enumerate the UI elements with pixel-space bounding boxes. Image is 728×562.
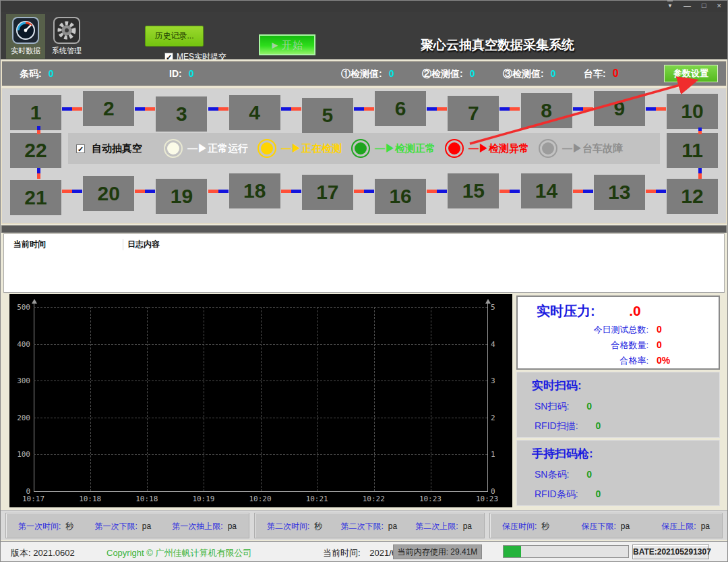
station-box-19[interactable]: 19 [156, 179, 207, 214]
info-field: 台车:0 [584, 67, 619, 80]
station-box-18[interactable]: 18 [229, 173, 280, 208]
info-field-value: 0 [613, 67, 619, 79]
close-icon[interactable]: × [717, 1, 721, 11]
station-box-22[interactable]: 22 [10, 133, 61, 168]
info-bar: 条码:0ID:0①检测值:0②检测值:0③检测值:0台车:0 参数设置 [1, 61, 727, 86]
station-box-21[interactable]: 21 [10, 180, 61, 215]
scan-rows: SN扫码:0RFID扫描:0 [517, 401, 719, 432]
connector-segment [499, 190, 510, 193]
station-box-9[interactable]: 9 [594, 91, 645, 126]
track-connector [61, 107, 83, 111]
station-box-3[interactable]: 3 [156, 96, 207, 132]
connector-segment [291, 190, 301, 193]
connector-segment [656, 190, 666, 193]
history-button[interactable]: 历史记录... [145, 26, 204, 47]
track-connector [134, 190, 156, 193]
log-header-time: 当前时间 [4, 239, 123, 250]
legend-item-正在检测: —▶正在检测 [257, 139, 342, 158]
connector-segment [208, 107, 218, 111]
y-tick-left: 100 [17, 450, 30, 459]
track-connector-vertical [37, 168, 40, 179]
station-box-6[interactable]: 6 [375, 91, 426, 126]
param-field: 第一次时间:秒 [18, 519, 73, 532]
stat-row: 合格率:0% [518, 355, 719, 367]
connector-segment [573, 190, 583, 193]
station-box-2[interactable]: 2 [83, 91, 134, 126]
connector-segment [72, 190, 82, 193]
track-connector [499, 107, 520, 111]
stat-value: 0% [657, 355, 679, 367]
info-field-label: ③检测值: [503, 68, 544, 79]
station-box-12[interactable]: 12 [667, 179, 718, 214]
param-group-1: 第一次时间:秒第一次下限:pa第一次抽上限:pa [5, 513, 249, 538]
y-tick-right: 5 [491, 303, 495, 312]
y-tick-right: 4 [491, 340, 495, 349]
progress-bar [503, 545, 629, 558]
status-lamp-icon [445, 139, 464, 158]
parameter-bar: 第一次时间:秒第一次下限:pa第一次抽上限:pa第二次时间:秒第二次下限:pa第… [0, 510, 728, 540]
connector-segment [364, 190, 374, 193]
track-connector [134, 107, 156, 111]
status-lamp-icon [539, 139, 557, 158]
station-box-15[interactable]: 15 [448, 173, 499, 208]
tab-system-manage[interactable]: 系统管理 [47, 14, 86, 59]
connector-segment [72, 107, 82, 111]
track-connector [207, 190, 229, 193]
connector-segment [281, 107, 291, 111]
station-box-13[interactable]: 13 [594, 175, 645, 210]
param-unit: 秒 [314, 522, 322, 531]
gear-icon [53, 17, 80, 44]
param-field: 第二次上限:pa [415, 519, 472, 532]
connector-segment [135, 107, 145, 111]
auto-vacuum-checkbox[interactable]: ✓ [76, 144, 85, 153]
version-text: 版本: 2021.0602 [11, 547, 75, 559]
param-unit: pa [701, 522, 710, 531]
log-splitter[interactable] [1, 225, 727, 233]
param-field: 第一次下限:pa [94, 519, 151, 532]
scan-row: SN扫码:0 [517, 401, 719, 413]
track-connector [645, 190, 667, 193]
connector-segment [510, 190, 520, 193]
status-lamp-fill [448, 142, 460, 154]
station-box-5[interactable]: 5 [302, 98, 353, 133]
realtime-pressure-box: 实时压力: .0 今日测试总数:0合格数量:0合格率:0% [516, 296, 720, 370]
station-box-4[interactable]: 4 [229, 95, 280, 130]
tab-realtime-data[interactable]: 实时数据 [6, 14, 45, 59]
station-box-8[interactable]: 8 [521, 93, 572, 128]
connector-segment [354, 190, 364, 193]
station-box-20[interactable]: 20 [83, 176, 134, 211]
x-tick: 10:23 [476, 495, 498, 503]
right-panel: 实时压力: .0 今日测试总数:0合格数量:0合格率:0% 实时扫码: SN扫码… [516, 294, 720, 507]
station-box-11[interactable]: 11 [667, 133, 718, 168]
param-label: 保压上限: [661, 522, 696, 531]
station-box-10[interactable]: 10 [667, 94, 718, 129]
maximize-icon[interactable]: □ [702, 1, 706, 11]
progress-fill [504, 546, 521, 557]
memory-usage-box: 当前内存使用: 29.41M [393, 544, 482, 559]
collapse-icon[interactable]: ▼ [667, 1, 673, 11]
x-tick: 10:22 [363, 495, 385, 503]
x-tick: 10:23 [419, 495, 442, 503]
station-box-14[interactable]: 14 [521, 173, 572, 208]
param-unit: pa [142, 522, 151, 531]
scan-label: SN条码: [535, 469, 569, 481]
handheld-rows: SN条码:0RFID条码:0 [517, 469, 719, 501]
start-button[interactable]: ►开始 [259, 34, 315, 55]
track-connector [426, 107, 448, 111]
x-tick: 10:20 [249, 495, 272, 503]
info-field: ID:0 [169, 67, 193, 80]
station-box-7[interactable]: 7 [448, 96, 499, 131]
station-box-1[interactable]: 1 [10, 95, 61, 130]
parameter-settings-button[interactable]: 参数设置 [664, 65, 718, 82]
param-unit: 秒 [65, 522, 73, 531]
y-tick-left: 200 [17, 414, 30, 422]
handheld-title: 手持扫码枪: [517, 441, 719, 461]
x-tick: 10:19 [192, 495, 214, 503]
legend-items: —▶正常运行—▶正在检测—▶检测正常—▶检测异常—▶台车故障 [154, 139, 623, 158]
track-connector-vertical [698, 128, 702, 134]
connector-segment [62, 190, 72, 193]
minimize-icon[interactable]: — [684, 1, 691, 11]
station-box-16[interactable]: 16 [375, 179, 426, 214]
station-box-17[interactable]: 17 [302, 175, 353, 210]
gridline-v [147, 307, 148, 491]
